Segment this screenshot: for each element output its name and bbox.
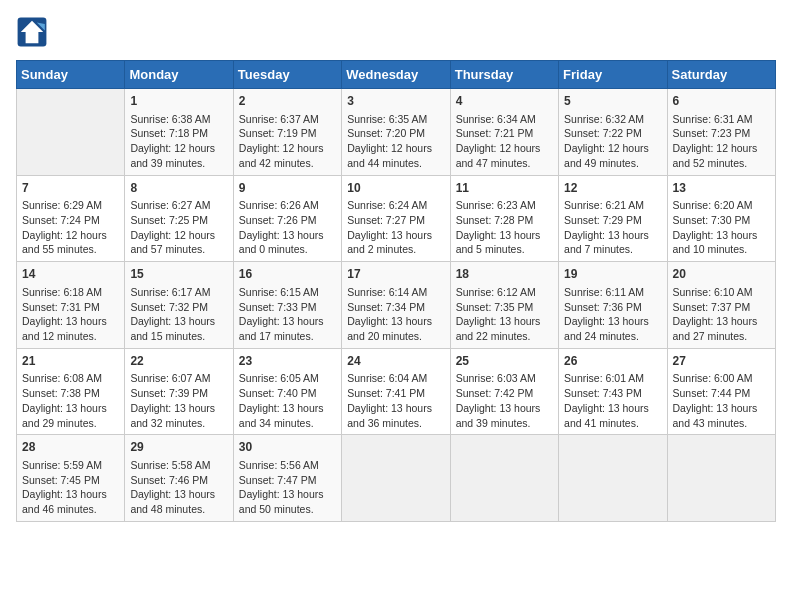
day-number: 18 [456,266,553,283]
day-number: 29 [130,439,227,456]
day-number: 11 [456,180,553,197]
day-cell [17,89,125,176]
day-cell: 13Sunrise: 6:20 AM Sunset: 7:30 PM Dayli… [667,175,775,262]
day-info: Sunrise: 6:21 AM Sunset: 7:29 PM Dayligh… [564,198,661,257]
day-number: 27 [673,353,770,370]
day-header-wednesday: Wednesday [342,61,450,89]
day-cell: 14Sunrise: 6:18 AM Sunset: 7:31 PM Dayli… [17,262,125,349]
day-info: Sunrise: 6:37 AM Sunset: 7:19 PM Dayligh… [239,112,336,171]
day-cell: 5Sunrise: 6:32 AM Sunset: 7:22 PM Daylig… [559,89,667,176]
day-cell: 3Sunrise: 6:35 AM Sunset: 7:20 PM Daylig… [342,89,450,176]
day-number: 8 [130,180,227,197]
day-info: Sunrise: 6:27 AM Sunset: 7:25 PM Dayligh… [130,198,227,257]
day-info: Sunrise: 5:56 AM Sunset: 7:47 PM Dayligh… [239,458,336,517]
day-header-monday: Monday [125,61,233,89]
week-row-5: 28Sunrise: 5:59 AM Sunset: 7:45 PM Dayli… [17,435,776,522]
day-cell: 1Sunrise: 6:38 AM Sunset: 7:18 PM Daylig… [125,89,233,176]
calendar-table: SundayMondayTuesdayWednesdayThursdayFrid… [16,60,776,522]
day-info: Sunrise: 6:29 AM Sunset: 7:24 PM Dayligh… [22,198,119,257]
day-cell: 17Sunrise: 6:14 AM Sunset: 7:34 PM Dayli… [342,262,450,349]
day-cell: 4Sunrise: 6:34 AM Sunset: 7:21 PM Daylig… [450,89,558,176]
day-number: 4 [456,93,553,110]
days-header-row: SundayMondayTuesdayWednesdayThursdayFrid… [17,61,776,89]
week-row-1: 1Sunrise: 6:38 AM Sunset: 7:18 PM Daylig… [17,89,776,176]
day-number: 30 [239,439,336,456]
day-number: 7 [22,180,119,197]
day-cell: 24Sunrise: 6:04 AM Sunset: 7:41 PM Dayli… [342,348,450,435]
day-number: 28 [22,439,119,456]
day-cell: 29Sunrise: 5:58 AM Sunset: 7:46 PM Dayli… [125,435,233,522]
day-number: 1 [130,93,227,110]
day-info: Sunrise: 6:32 AM Sunset: 7:22 PM Dayligh… [564,112,661,171]
day-cell: 18Sunrise: 6:12 AM Sunset: 7:35 PM Dayli… [450,262,558,349]
day-info: Sunrise: 5:59 AM Sunset: 7:45 PM Dayligh… [22,458,119,517]
day-cell [342,435,450,522]
day-cell: 12Sunrise: 6:21 AM Sunset: 7:29 PM Dayli… [559,175,667,262]
day-header-thursday: Thursday [450,61,558,89]
day-header-saturday: Saturday [667,61,775,89]
day-info: Sunrise: 6:23 AM Sunset: 7:28 PM Dayligh… [456,198,553,257]
day-cell: 16Sunrise: 6:15 AM Sunset: 7:33 PM Dayli… [233,262,341,349]
day-info: Sunrise: 6:20 AM Sunset: 7:30 PM Dayligh… [673,198,770,257]
day-cell: 19Sunrise: 6:11 AM Sunset: 7:36 PM Dayli… [559,262,667,349]
day-cell: 2Sunrise: 6:37 AM Sunset: 7:19 PM Daylig… [233,89,341,176]
logo-icon [16,16,48,48]
day-info: Sunrise: 6:12 AM Sunset: 7:35 PM Dayligh… [456,285,553,344]
day-info: Sunrise: 6:31 AM Sunset: 7:23 PM Dayligh… [673,112,770,171]
day-number: 22 [130,353,227,370]
week-row-2: 7Sunrise: 6:29 AM Sunset: 7:24 PM Daylig… [17,175,776,262]
week-row-3: 14Sunrise: 6:18 AM Sunset: 7:31 PM Dayli… [17,262,776,349]
day-cell: 25Sunrise: 6:03 AM Sunset: 7:42 PM Dayli… [450,348,558,435]
day-info: Sunrise: 6:17 AM Sunset: 7:32 PM Dayligh… [130,285,227,344]
week-row-4: 21Sunrise: 6:08 AM Sunset: 7:38 PM Dayli… [17,348,776,435]
day-info: Sunrise: 6:05 AM Sunset: 7:40 PM Dayligh… [239,371,336,430]
page-header [16,16,776,48]
day-info: Sunrise: 6:00 AM Sunset: 7:44 PM Dayligh… [673,371,770,430]
day-info: Sunrise: 6:15 AM Sunset: 7:33 PM Dayligh… [239,285,336,344]
day-number: 3 [347,93,444,110]
day-number: 2 [239,93,336,110]
day-number: 24 [347,353,444,370]
day-cell: 7Sunrise: 6:29 AM Sunset: 7:24 PM Daylig… [17,175,125,262]
day-header-tuesday: Tuesday [233,61,341,89]
day-info: Sunrise: 6:03 AM Sunset: 7:42 PM Dayligh… [456,371,553,430]
day-info: Sunrise: 6:14 AM Sunset: 7:34 PM Dayligh… [347,285,444,344]
day-number: 23 [239,353,336,370]
day-number: 14 [22,266,119,283]
day-cell: 22Sunrise: 6:07 AM Sunset: 7:39 PM Dayli… [125,348,233,435]
day-number: 6 [673,93,770,110]
logo [16,16,52,48]
day-number: 26 [564,353,661,370]
day-number: 21 [22,353,119,370]
day-number: 19 [564,266,661,283]
day-info: Sunrise: 6:04 AM Sunset: 7:41 PM Dayligh… [347,371,444,430]
day-number: 10 [347,180,444,197]
day-info: Sunrise: 6:34 AM Sunset: 7:21 PM Dayligh… [456,112,553,171]
day-number: 13 [673,180,770,197]
day-cell: 21Sunrise: 6:08 AM Sunset: 7:38 PM Dayli… [17,348,125,435]
day-number: 9 [239,180,336,197]
day-number: 17 [347,266,444,283]
day-info: Sunrise: 6:24 AM Sunset: 7:27 PM Dayligh… [347,198,444,257]
day-number: 25 [456,353,553,370]
day-cell: 6Sunrise: 6:31 AM Sunset: 7:23 PM Daylig… [667,89,775,176]
day-info: Sunrise: 6:07 AM Sunset: 7:39 PM Dayligh… [130,371,227,430]
day-info: Sunrise: 6:26 AM Sunset: 7:26 PM Dayligh… [239,198,336,257]
day-number: 12 [564,180,661,197]
day-info: Sunrise: 6:11 AM Sunset: 7:36 PM Dayligh… [564,285,661,344]
day-number: 16 [239,266,336,283]
day-cell: 20Sunrise: 6:10 AM Sunset: 7:37 PM Dayli… [667,262,775,349]
day-cell: 28Sunrise: 5:59 AM Sunset: 7:45 PM Dayli… [17,435,125,522]
day-cell: 23Sunrise: 6:05 AM Sunset: 7:40 PM Dayli… [233,348,341,435]
day-info: Sunrise: 6:10 AM Sunset: 7:37 PM Dayligh… [673,285,770,344]
day-header-sunday: Sunday [17,61,125,89]
day-number: 5 [564,93,661,110]
day-info: Sunrise: 6:35 AM Sunset: 7:20 PM Dayligh… [347,112,444,171]
day-cell [667,435,775,522]
day-info: Sunrise: 6:38 AM Sunset: 7:18 PM Dayligh… [130,112,227,171]
day-cell: 10Sunrise: 6:24 AM Sunset: 7:27 PM Dayli… [342,175,450,262]
day-cell: 26Sunrise: 6:01 AM Sunset: 7:43 PM Dayli… [559,348,667,435]
day-number: 20 [673,266,770,283]
day-cell: 11Sunrise: 6:23 AM Sunset: 7:28 PM Dayli… [450,175,558,262]
day-cell: 8Sunrise: 6:27 AM Sunset: 7:25 PM Daylig… [125,175,233,262]
